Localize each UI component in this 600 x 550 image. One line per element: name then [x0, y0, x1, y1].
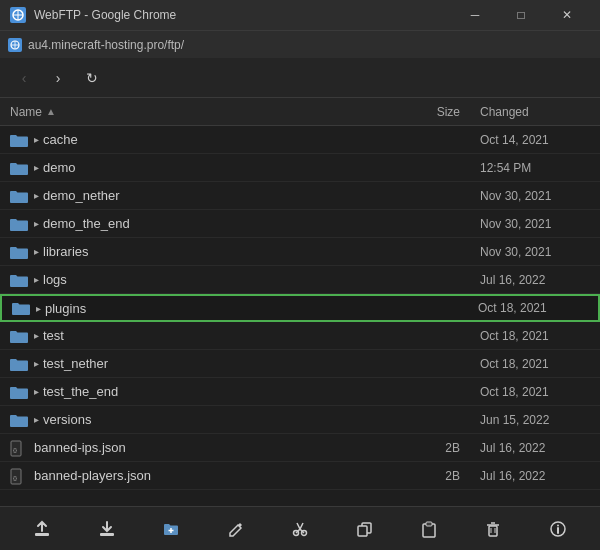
maximize-button[interactable]: □: [498, 0, 544, 30]
file-size: 2B: [400, 441, 480, 455]
file-changed: Nov 30, 2021: [480, 245, 590, 259]
table-row[interactable]: ▸logsJul 16, 2022: [0, 266, 600, 294]
table-row[interactable]: ▸cacheOct 14, 2021: [0, 126, 600, 154]
file-changed: Jul 16, 2022: [480, 441, 590, 455]
table-row[interactable]: ▸pluginsOct 18, 2021: [0, 294, 600, 322]
file-changed: Oct 18, 2021: [480, 385, 590, 399]
expand-arrow-icon: ▸: [34, 190, 39, 201]
close-button[interactable]: ✕: [544, 0, 590, 30]
file-name: plugins: [45, 301, 398, 316]
table-row[interactable]: ▸demo12:54 PM: [0, 154, 600, 182]
file-changed: Nov 30, 2021: [480, 189, 590, 203]
new-folder-button[interactable]: [153, 511, 189, 547]
expand-arrow-icon: ▸: [34, 274, 39, 285]
folder-icon: [10, 356, 30, 372]
expand-arrow-icon: ▸: [34, 246, 39, 257]
svg-rect-11: [100, 533, 114, 536]
file-name: test_the_end: [43, 384, 400, 399]
file-name: test: [43, 328, 400, 343]
file-name: cache: [43, 132, 400, 147]
file-changed: Oct 18, 2021: [480, 329, 590, 343]
file-name: test_nether: [43, 356, 400, 371]
col-size-label[interactable]: Size: [400, 105, 480, 119]
expand-arrow-icon: ▸: [34, 218, 39, 229]
folder-icon: [10, 160, 30, 176]
address-bar: au4.minecraft-hosting.pro/ftp/: [0, 30, 600, 58]
expand-arrow-icon: ▸: [34, 134, 39, 145]
folder-icon: [10, 244, 30, 260]
delete-button[interactable]: [475, 511, 511, 547]
cut-button[interactable]: [282, 511, 318, 547]
svg-text:{}: {}: [13, 447, 17, 453]
copy-button[interactable]: [346, 511, 382, 547]
bottom-toolbar: [0, 506, 600, 550]
file-list: ▸cacheOct 14, 2021 ▸demo12:54 PM ▸demo_n…: [0, 126, 600, 506]
expand-arrow-icon: ▸: [34, 386, 39, 397]
file-changed: Oct 18, 2021: [480, 357, 590, 371]
table-row[interactable]: ▸versionsJun 15, 2022: [0, 406, 600, 434]
table-row[interactable]: ▸demo_the_endNov 30, 2021: [0, 210, 600, 238]
file-size: 2B: [400, 469, 480, 483]
file-changed: Jun 15, 2022: [480, 413, 590, 427]
back-button[interactable]: ‹: [10, 64, 38, 92]
paste-button[interactable]: [411, 511, 447, 547]
edit-button[interactable]: [218, 511, 254, 547]
file-name: banned-ips.json: [34, 440, 400, 455]
folder-icon: [10, 384, 30, 400]
file-changed: Jul 16, 2022: [480, 273, 590, 287]
download-button[interactable]: [89, 511, 125, 547]
folder-icon: [10, 272, 30, 288]
file-icon: {}: [10, 440, 30, 456]
table-header: Name ▲ Size Changed: [0, 98, 600, 126]
folder-icon: [10, 216, 30, 232]
nav-toolbar: ‹ › ↻: [0, 58, 600, 98]
col-name-label[interactable]: Name: [10, 105, 42, 119]
table-row[interactable]: {} banned-ips.json2BJul 16, 2022: [0, 434, 600, 462]
col-name-sort-icon: ▲: [46, 106, 56, 117]
col-changed-label[interactable]: Changed: [480, 105, 590, 119]
table-row[interactable]: ▸demo_netherNov 30, 2021: [0, 182, 600, 210]
table-row[interactable]: {} banned-players.json2BJul 16, 2022: [0, 462, 600, 490]
expand-arrow-icon: ▸: [36, 303, 41, 314]
file-name: banned-players.json: [34, 468, 400, 483]
svg-text:{}: {}: [13, 475, 17, 481]
svg-rect-16: [358, 526, 367, 536]
file-name: demo_the_end: [43, 216, 400, 231]
favicon: [8, 38, 22, 52]
expand-arrow-icon: ▸: [34, 414, 39, 425]
file-changed: Oct 18, 2021: [478, 301, 588, 315]
table-row[interactable]: ▸librariesNov 30, 2021: [0, 238, 600, 266]
upload-button[interactable]: [24, 511, 60, 547]
file-name: demo_nether: [43, 188, 400, 203]
refresh-button[interactable]: ↻: [78, 64, 106, 92]
folder-icon: [10, 328, 30, 344]
folder-icon: [10, 188, 30, 204]
svg-rect-19: [489, 526, 497, 536]
folder-icon: [12, 300, 32, 316]
forward-button[interactable]: ›: [44, 64, 72, 92]
svg-point-26: [557, 524, 559, 526]
expand-arrow-icon: ▸: [34, 162, 39, 173]
minimize-button[interactable]: ─: [452, 0, 498, 30]
folder-icon: [10, 412, 30, 428]
file-name: libraries: [43, 244, 400, 259]
svg-rect-18: [426, 522, 432, 526]
table-row[interactable]: ▸test_netherOct 18, 2021: [0, 350, 600, 378]
browser-icon: [10, 7, 26, 23]
window-title: WebFTP - Google Chrome: [34, 8, 176, 22]
folder-icon: [10, 132, 30, 148]
file-changed: Nov 30, 2021: [480, 217, 590, 231]
title-bar: WebFTP - Google Chrome ─ □ ✕: [0, 0, 600, 30]
table-row[interactable]: ▸test_the_endOct 18, 2021: [0, 378, 600, 406]
info-button[interactable]: [540, 511, 576, 547]
file-changed: Oct 14, 2021: [480, 133, 590, 147]
file-name: versions: [43, 412, 400, 427]
table-row[interactable]: ▸testOct 18, 2021: [0, 322, 600, 350]
file-changed: Jul 16, 2022: [480, 469, 590, 483]
window-controls: ─ □ ✕: [452, 0, 590, 30]
svg-rect-10: [35, 533, 49, 536]
file-name: logs: [43, 272, 400, 287]
expand-arrow-icon: ▸: [34, 330, 39, 341]
file-name: demo: [43, 160, 400, 175]
address-text[interactable]: au4.minecraft-hosting.pro/ftp/: [28, 38, 184, 52]
